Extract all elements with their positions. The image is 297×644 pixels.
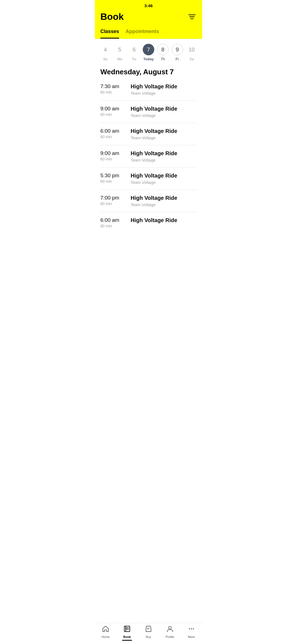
day-number-4: 8	[157, 44, 169, 55]
calendar-day-5[interactable]: 9 Fr	[171, 44, 184, 61]
day-label-0: Su	[103, 57, 108, 61]
class-info-4: High Voltage Ride Team Voltage	[131, 173, 197, 185]
class-item-2[interactable]: 6:00 am 60 min High Voltage Ride Team Vo…	[100, 123, 197, 145]
day-label-5: Fr	[175, 57, 179, 61]
day-label-3: Today	[143, 57, 153, 61]
day-label-2: Tu	[132, 57, 136, 61]
class-info-6: High Voltage Ride	[131, 217, 197, 225]
day-label-1: Mo	[117, 57, 122, 61]
class-info-5: High Voltage Ride Team Voltage	[131, 195, 197, 207]
class-item-4[interactable]: 5:30 pm 60 min High Voltage Ride Team Vo…	[100, 168, 197, 190]
class-time-1: 9:00 am 60 min	[100, 106, 131, 117]
calendar-day-0[interactable]: 4 Su	[99, 44, 112, 61]
class-info-2: High Voltage Ride Team Voltage	[131, 128, 197, 140]
day-number-2: 6	[128, 44, 140, 55]
class-info-3: High Voltage Ride Team Voltage	[131, 150, 197, 162]
class-time-6: 6:00 am 60 min	[100, 217, 131, 228]
tab-appointments[interactable]: Appointments	[126, 26, 159, 39]
class-time-4: 5:30 pm 60 min	[100, 173, 131, 184]
class-time-3: 9:00 am 60 min	[100, 150, 131, 161]
date-heading: Wednesday, August 7	[95, 63, 202, 78]
calendar-strip: 4 Su 5 Mo 6 Tu 7 Today 8 Th 9 Fr 10 Sa	[95, 39, 202, 63]
class-time-5: 7:00 pm 60 min	[100, 195, 131, 206]
day-number-1: 5	[114, 44, 125, 55]
class-info-1: High Voltage Ride Team Voltage	[131, 106, 197, 118]
class-time-0: 7:30 am 60 min	[100, 83, 131, 94]
day-label-4: Th	[161, 57, 165, 61]
class-item-5[interactable]: 7:00 pm 60 min High Voltage Ride Team Vo…	[100, 190, 197, 212]
day-label-6: Sa	[189, 57, 194, 61]
class-item-6[interactable]: 6:00 am 60 min High Voltage Ride	[100, 212, 197, 233]
class-list: 7:30 am 60 min High Voltage Ride Team Vo…	[95, 78, 202, 233]
filter-button[interactable]	[187, 12, 197, 21]
filter-icon	[188, 13, 196, 20]
svg-rect-2	[190, 18, 193, 19]
calendar-day-3[interactable]: 7 Today	[142, 44, 155, 61]
status-bar: 3:46	[95, 0, 202, 9]
calendar-day-1[interactable]: 5 Mo	[113, 44, 126, 61]
class-item-0[interactable]: 7:30 am 60 min High Voltage Ride Team Vo…	[100, 78, 197, 101]
class-item-1[interactable]: 9:00 am 60 min High Voltage Ride Team Vo…	[100, 101, 197, 123]
day-number-0: 4	[100, 44, 111, 55]
class-item-3[interactable]: 9:00 am 60 min High Voltage Ride Team Vo…	[100, 145, 197, 168]
svg-rect-0	[188, 14, 196, 15]
day-number-6: 10	[186, 44, 197, 55]
calendar-day-6[interactable]: 10 Sa	[185, 44, 198, 61]
calendar-day-2[interactable]: 6 Tu	[128, 44, 141, 61]
calendar-day-4[interactable]: 8 Th	[156, 44, 169, 61]
day-number-5: 9	[172, 44, 183, 55]
tab-bar: Classes Appointments	[95, 26, 202, 39]
day-number-3: 7	[143, 44, 154, 55]
header: Book	[95, 9, 202, 26]
page-title: Book	[100, 11, 124, 22]
class-info-0: High Voltage Ride Team Voltage	[131, 83, 197, 95]
class-time-2: 6:00 am 60 min	[100, 128, 131, 139]
svg-rect-1	[189, 16, 195, 17]
tab-classes[interactable]: Classes	[100, 26, 119, 39]
status-time: 3:46	[144, 3, 153, 8]
